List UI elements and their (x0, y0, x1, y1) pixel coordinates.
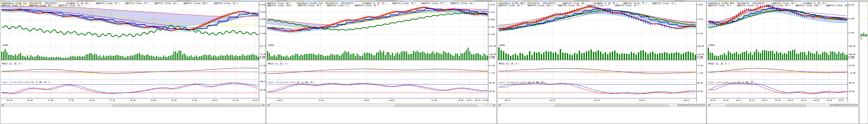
chart-nav-button[interactable]: X (703, 103, 705, 107)
legend-item: 移動平均( Close, 10 ) (451, 2, 474, 4)
scroll-left-button[interactable]: ◀ (707, 103, 711, 107)
legend-item: 移動平均( Close, 75 ) (708, 4, 732, 7)
price-tick: 9,595 (849, 18, 854, 20)
x-axis-label: 04/19 (788, 99, 793, 101)
axis-tick (847, 66, 848, 66)
horizontal-scrollbar[interactable]: ◀▶ (267, 103, 496, 107)
x-axis-label: 12:00 (482, 99, 488, 101)
chart-nav-button[interactable]: ▼ (688, 103, 691, 107)
volume-tick: 195.00 (260, 45, 266, 47)
stoch-tick: 90.00 (849, 82, 854, 84)
chart-nav-button[interactable]: ▲ (686, 103, 688, 107)
chart-nav-button[interactable]: L (847, 103, 849, 107)
x-axis-label: 10:40 (27, 99, 33, 101)
price-tick: 9,495 (849, 32, 854, 34)
chart-nav-button[interactable]: L (694, 103, 697, 107)
chart-nav-button[interactable]: ▶ (835, 103, 838, 107)
axis-tick (488, 54, 489, 55)
price-tick: 9,635 (489, 11, 495, 13)
scroll-right-button[interactable]: ▶ (493, 103, 496, 107)
axis-tick (488, 5, 489, 5)
chart-legend-row2: 移動平均( Close, 150 )移動平均( Close, 20 )移動平均(… (267, 4, 378, 7)
legend-item: 移動平均( Close, 40 ) (267, 2, 291, 4)
toolbar-fragment (773, 0, 794, 1)
chart-title: 日経225mini 12/06( 30分, 2012/04/13 - 2012/… (498, 2, 557, 4)
toolbar-fragment (602, 0, 619, 1)
macd-label: MACD( 12, 26, 9 ) (268, 63, 288, 65)
legend-item: 移動平均( Close, 40 ) (563, 2, 586, 4)
x-axis-label: 04/20 (639, 99, 645, 101)
scroll-right-button[interactable]: ▶ (677, 103, 680, 107)
macd-tick: 13.00 (489, 65, 495, 67)
scroll-left-button[interactable]: ◀ (498, 103, 501, 107)
volume-tick: 75.00 (260, 53, 266, 55)
chart-nav-button[interactable]: ▲ (838, 103, 841, 107)
chart-nav-button[interactable]: ▼ (841, 103, 844, 107)
scrollbar-thumb[interactable] (112, 104, 260, 106)
scrollbar-thumb[interactable] (725, 104, 806, 106)
x-axis-label: 04/19 (594, 99, 600, 101)
legend-item: 移動平均( Close, 75 ) (623, 2, 647, 4)
horizontal-scrollbar[interactable]: ◀▶ (1, 103, 265, 107)
legend-item: 移動平均( Close, 10 ) (498, 4, 522, 7)
chart-nav-button[interactable]: @ (700, 103, 703, 107)
price-tick: 9,550 (260, 32, 266, 34)
chart-nav-button[interactable]: R (849, 103, 852, 107)
stochastics-label: スロー・ストキャスティクス( 14, 3, 80, 20 ) (499, 81, 546, 84)
toolbar-fragment (575, 0, 589, 1)
chart-legend-row1: 移動平均( Close, 40 )日経225mini 12/06( 15分, 2… (267, 2, 474, 4)
scroll-right-button[interactable]: ▶ (261, 103, 265, 107)
x-axis-label: 16:30 (827, 99, 832, 101)
stoch-tick: 30.00 (849, 91, 854, 92)
horizontal-scrollbar[interactable]: ◀▶◀▶▲▼DLR@X (707, 103, 858, 107)
stochastics-label: スロー・ストキャスティクス( 14, 3, 80, 20 ) (2, 81, 49, 84)
scrollbar-thumb[interactable] (554, 104, 668, 106)
scrollbar-track[interactable] (4, 103, 261, 107)
x-axis-label: 20:00 (458, 99, 463, 101)
axis-tick (696, 54, 697, 55)
chart-nav-button[interactable]: X (855, 103, 858, 107)
scroll-right-button[interactable]: ▶ (830, 103, 833, 107)
chart-nav-button[interactable]: ▶ (683, 103, 686, 107)
axis-tick (259, 90, 260, 90)
price-tick: 9,650 (260, 4, 266, 6)
scroll-left-button[interactable]: ◀ (1, 103, 4, 107)
chart-svg (1, 2, 259, 103)
chart-legend-row1: 日経225mini 12/06( 5分, 2012/04/19 - 2012/0… (1, 2, 238, 4)
scroll-left-button[interactable]: ◀ (267, 103, 270, 107)
chart-window-4: 日経225mini 12/06( 60分, 2012/04/13 - 2012/… (707, 2, 859, 124)
chart-title: 日経225mini 12/06( 5分, 2012/04/19 - 2012/0… (1, 2, 59, 4)
macd-tick: -5.50 (489, 72, 495, 74)
stochastics-label: スロー・ストキャスティクス( 14, 3, 80, 20 ) (268, 81, 315, 84)
x-axis-label: 17:20 (110, 99, 115, 101)
chart-nav-button[interactable]: ◀ (833, 103, 835, 107)
scrollbar-track[interactable] (711, 103, 830, 107)
legend-item: 一目均衡表( 9, 26, 52 ) (592, 2, 617, 4)
chart-nav-button[interactable]: D (691, 103, 694, 107)
axis-tick (847, 33, 848, 33)
chart-svg (267, 2, 488, 103)
horizontal-scrollbar[interactable]: ◀▶◀▶▲▼DLR@X (498, 103, 705, 107)
x-axis-label: 04/17 (505, 99, 510, 101)
stoch-tick: 100.00 (260, 81, 266, 82)
toolbar-fragment (340, 0, 357, 1)
x-axis-label: 14:40 (89, 99, 94, 101)
scrollbar-track[interactable] (270, 103, 493, 107)
toolbar-fragment (105, 0, 125, 1)
stochastics-label: スロー・ストキャスティクス( 14, 3, 80, 20 ) (709, 81, 755, 84)
scrollbar-thumb[interactable] (395, 104, 477, 106)
legend-item: 移動平均( Close, 75 ) (422, 2, 445, 4)
macd-tick: -10.00 (849, 72, 856, 74)
legend-item: 移動平均( Close, 75 ) (392, 2, 415, 4)
partial-chart-svg (860, 2, 868, 62)
chart-nav-button[interactable]: @ (852, 103, 855, 107)
legend-item: 移動平均( Close, 5 ) (327, 4, 349, 7)
scrollbar-track[interactable] (501, 103, 677, 107)
chart-nav-button[interactable]: ◀ (680, 103, 683, 107)
chart-nav-button[interactable]: R (697, 103, 700, 107)
chart-svg (498, 2, 696, 103)
stoch-tick: 30.00 (698, 91, 703, 92)
chart-window-partial: D( (859, 2, 868, 124)
chart-nav-button[interactable]: D (844, 103, 847, 107)
legend-item: 移動平均( Close, 75 ) (96, 2, 119, 4)
